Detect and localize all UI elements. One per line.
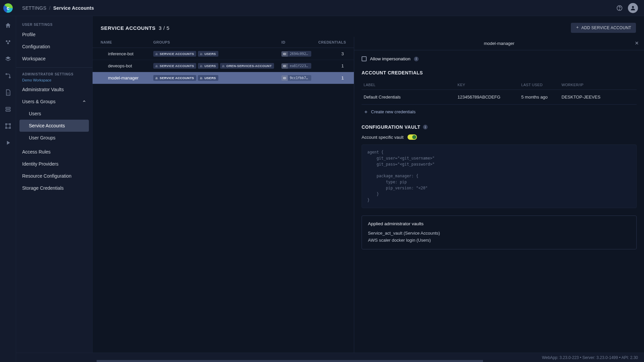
vault-config-code[interactable]: agent { git_user="<git_username>" git_pa…	[362, 144, 637, 208]
nav-identity-providers-label: Identity Providers	[22, 161, 58, 167]
th-credentials[interactable]: CREDENTIALS	[318, 40, 348, 44]
accounts-table: NAME GROUPS ID CREDENTIALS inference-bot…	[93, 37, 354, 362]
svg-point-20	[157, 65, 158, 66]
help-icon[interactable]	[614, 3, 625, 13]
th-id[interactable]: ID	[281, 40, 318, 44]
nav-identity-providers[interactable]: Identity Providers	[16, 158, 92, 170]
nav-admin-vaults[interactable]: Administrator Vaults	[16, 83, 92, 96]
credential-row[interactable]: Default Credentials 123456789ABCDEFG 5 m…	[362, 90, 637, 105]
row-id: ID9cc1fbb7 …	[281, 75, 318, 81]
rail-file-icon[interactable]	[3, 88, 13, 97]
group-chip: OREN-SERVICES-ACCOUNT	[220, 63, 274, 69]
add-service-account-button[interactable]: ADD SERVICE ACCOUNT	[571, 23, 636, 33]
table-row[interactable]: inference-bot SERVICE ACCOUNTSUSERS ID26…	[93, 48, 354, 60]
check-icon	[413, 135, 416, 138]
allow-impersonation-label: Allow impersonation	[370, 56, 411, 61]
row-credentials: 1	[318, 75, 348, 80]
group-chip: SERVICE ACCOUNTS	[153, 75, 196, 81]
rail-brain-icon[interactable]	[3, 38, 13, 47]
svg-point-25	[156, 77, 157, 78]
svg-point-27	[201, 77, 202, 78]
vault-toggle[interactable]	[408, 134, 417, 140]
breadcrumb-sep: /	[49, 5, 50, 11]
info-icon[interactable]: i	[423, 125, 428, 129]
svg-point-19	[156, 65, 157, 66]
cred-last-used: 5 months ago	[521, 95, 561, 100]
group-chip: USERS	[198, 75, 218, 81]
table-row[interactable]: model-manager SERVICE ACCOUNTSUSERS ID9c…	[93, 72, 354, 84]
cred-worker: DESKTOP-JEEVES	[561, 95, 635, 100]
detail-panel: model-manager Allow impersonation i ACCO…	[354, 37, 644, 362]
create-credentials-button[interactable]: Create new credentials	[362, 105, 637, 118]
breadcrumb: SETTINGS / Service Accounts	[22, 5, 94, 11]
row-credentials: 3	[318, 51, 348, 56]
breadcrumb-page: Service Accounts	[53, 5, 94, 11]
nav-storage-credentials-label: Storage Credentials	[22, 185, 64, 191]
nav-access-rules[interactable]: Access Rules	[16, 146, 92, 158]
table-row[interactable]: deveops-bot SERVICE ACCOUNTSUSERSOREN-SE…	[93, 60, 354, 72]
user-avatar[interactable]	[628, 3, 638, 13]
nav-admin-vaults-label: Administrator Vaults	[22, 87, 64, 92]
rail-shape-icon[interactable]	[3, 121, 13, 131]
nav-workspace[interactable]: Workspace	[16, 53, 92, 65]
svg-point-21	[201, 65, 202, 66]
nav-user-groups[interactable]: User Groups	[19, 132, 89, 144]
rail-server-icon[interactable]	[3, 105, 13, 114]
nav-service-accounts[interactable]: Service Accounts	[19, 120, 89, 132]
rail-layers-icon[interactable]	[3, 54, 13, 64]
group-chip: USERS	[198, 63, 218, 69]
horizontal-scrollbar[interactable]	[97, 360, 483, 362]
allow-impersonation-checkbox[interactable]	[362, 56, 367, 61]
allow-impersonation-row: Allow impersonation i	[362, 56, 637, 61]
nav-rail	[0, 16, 16, 362]
applied-vaults-box: Applied administrator vaults Service_act…	[362, 216, 637, 249]
nav-profile-label: Profile	[22, 32, 36, 37]
rail-home-icon[interactable]	[3, 21, 13, 30]
svg-point-16	[157, 53, 158, 54]
nav-configuration-label: Configuration	[22, 44, 50, 49]
svg-point-2	[632, 6, 634, 8]
cred-label: Default Credentials	[364, 95, 458, 100]
group-chip: USERS	[198, 51, 218, 57]
credentials-table: LABEL KEY LAST USED WORKER/IP Default Cr…	[362, 80, 637, 105]
nav-resource-config[interactable]: Resource Configuration	[16, 170, 92, 182]
svg-point-26	[157, 77, 158, 78]
close-icon[interactable]	[634, 41, 639, 47]
detail-header: model-manager	[354, 37, 644, 50]
credentials-section-title: ACCOUNT CREDENTIALS	[362, 70, 637, 75]
row-groups: SERVICE ACCOUNTSUSERS	[153, 75, 281, 81]
nav-users-groups[interactable]: Users & Groups	[16, 96, 92, 108]
add-button-label: ADD SERVICE ACCOUNT	[581, 25, 631, 30]
svg-point-14	[9, 127, 10, 128]
nav-users-groups-label: Users & Groups	[22, 99, 56, 104]
svg-point-12	[9, 124, 10, 125]
row-id: ID2694c092 …	[281, 51, 318, 57]
nav-resource-config-label: Resource Configuration	[22, 173, 71, 179]
nav-storage-credentials[interactable]: Storage Credentials	[16, 182, 92, 194]
info-icon[interactable]: i	[414, 57, 419, 61]
svg-point-11	[5, 124, 6, 125]
th-groups[interactable]: GROUPS	[153, 40, 281, 44]
create-credentials-label: Create new credentials	[371, 109, 416, 114]
detail-title: model-manager	[484, 41, 514, 46]
rail-flow-icon[interactable]	[3, 71, 13, 80]
nav-users[interactable]: Users	[19, 108, 89, 120]
svg-rect-8	[6, 107, 10, 109]
plus-icon	[576, 25, 579, 30]
table-header: NAME GROUPS ID CREDENTIALS	[93, 37, 354, 48]
ch-label: LABEL	[364, 83, 458, 87]
svg-point-28	[202, 77, 202, 78]
rail-play-icon[interactable]	[3, 138, 13, 147]
svg-rect-9	[6, 110, 10, 111]
group-chip: SERVICE ACCOUNTS	[153, 51, 196, 57]
nav-configuration[interactable]: Configuration	[16, 41, 92, 53]
topbar: SETTINGS / Service Accounts	[0, 0, 644, 16]
logo[interactable]	[0, 3, 16, 13]
th-name[interactable]: NAME	[98, 40, 153, 44]
breadcrumb-settings[interactable]: SETTINGS	[22, 5, 46, 11]
nav-profile[interactable]: Profile	[16, 28, 92, 41]
svg-point-18	[202, 53, 202, 54]
ch-key: KEY	[458, 83, 521, 87]
vault-toggle-label: Account specific vault	[362, 135, 404, 140]
row-credentials: 1	[318, 63, 348, 68]
